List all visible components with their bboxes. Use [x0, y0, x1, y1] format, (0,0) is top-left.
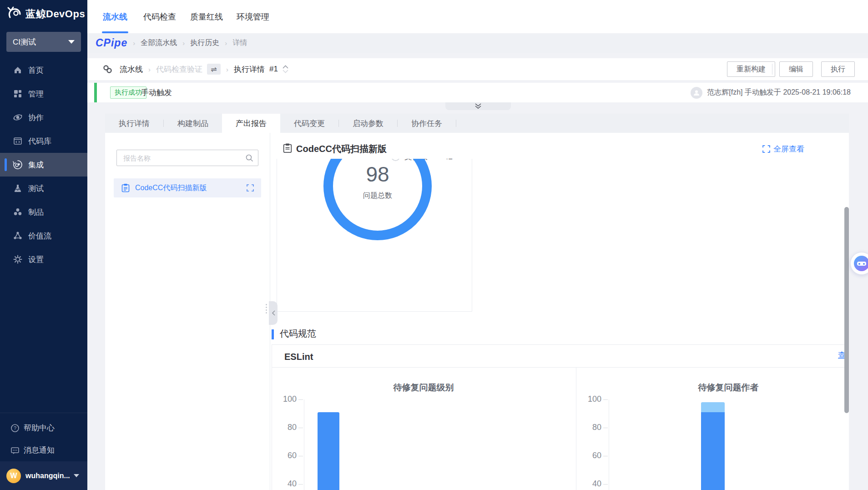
- sidebar-item-manage[interactable]: 管理: [0, 82, 87, 106]
- nav-tab-quality[interactable]: 质量红线: [190, 0, 223, 33]
- tab-exec-detail[interactable]: 执行详情: [105, 114, 163, 133]
- drag-handle-dots[interactable]: [266, 304, 267, 313]
- tab-separator: [456, 120, 456, 127]
- project-selector[interactable]: CI测试: [6, 32, 81, 52]
- sidebar-item-label: 消息通知: [24, 445, 55, 455]
- chart-plot-area: 100806040: [576, 399, 844, 490]
- pipeline-header: 流水线 › 代码检查验证 ⇌ › 执行详情 #1 重新构建 编辑 执行: [87, 58, 868, 80]
- chart-title: 待修复问题作者: [576, 382, 844, 394]
- execute-button[interactable]: 执行: [821, 61, 855, 77]
- status-accent-bar: [94, 83, 97, 102]
- switch-pipeline-icon[interactable]: ⇌: [207, 64, 221, 75]
- sidebar-item-test[interactable]: 测试: [0, 177, 87, 200]
- report-content[interactable]: 文件数 42 98 问题总数 代码规范 ESLint 查看 待修复问题级别 10…: [271, 159, 844, 490]
- integration-icon: [13, 160, 23, 170]
- crumb-exec-detail: 执行详情: [234, 64, 265, 75]
- breadcrumb-separator: ›: [182, 39, 185, 47]
- search-icon[interactable]: [245, 154, 253, 162]
- artifact-icon: [13, 207, 23, 217]
- sidebar-item-help[interactable]: ? 帮助中心: [0, 417, 87, 439]
- tab-build-artifacts[interactable]: 构建制品: [164, 114, 222, 133]
- page-gutter: [849, 114, 868, 490]
- chevron-down-icon: [68, 40, 75, 44]
- report-search-input[interactable]: [122, 154, 245, 162]
- home-icon: [13, 65, 23, 75]
- collapse-status-handle[interactable]: [445, 102, 511, 110]
- triggerer-avatar: [691, 87, 702, 99]
- crumb-pipelines[interactable]: 流水线: [120, 64, 143, 75]
- eslint-header-divider: [272, 367, 844, 368]
- tab-code-changes[interactable]: 代码变更: [280, 114, 338, 133]
- user-avatar: W: [6, 469, 21, 483]
- detail-tabbar: 执行详情 构建制品 产出报告 代码变更 启动参数 协作任务: [105, 114, 849, 133]
- sidebar-item-notifications[interactable]: 消息通知: [0, 439, 87, 461]
- app-window: 蓝鲸DevOps CI测试 首页 管理 协作: [0, 0, 868, 490]
- y-axis-line: [304, 399, 304, 490]
- breadcrumb-item-all-pipelines[interactable]: 全部流水线: [141, 38, 177, 48]
- nav-tab-pipeline[interactable]: 流水线: [103, 0, 127, 33]
- sidebar-item-label: 管理: [28, 89, 44, 99]
- cpipe-logo[interactable]: CPipe: [96, 37, 127, 49]
- sidebar-item-settings[interactable]: 设置: [0, 248, 87, 271]
- nav-tab-env[interactable]: 环境管理: [237, 0, 269, 33]
- whale-logo-icon: [6, 6, 22, 22]
- view-link[interactable]: 查看: [838, 351, 844, 359]
- sidebar-item-valuestream[interactable]: 价值流: [0, 224, 87, 248]
- trigger-meta: 范志辉[fzh] 手动触发于 2025-08-21 19:06:18: [707, 88, 851, 97]
- fullscreen-view-label: 全屏查看: [773, 144, 804, 154]
- build-number: #1: [269, 65, 278, 74]
- y-tick-mark: [603, 484, 608, 485]
- chart-plot-area: 100806040: [271, 399, 576, 490]
- sidebar-footer: ? 帮助中心 消息通知: [0, 413, 87, 461]
- brand-logo[interactable]: 蓝鲸DevOps: [6, 6, 85, 22]
- y-tick-mark: [298, 456, 303, 456]
- trigger-type: 手动触发: [141, 87, 172, 98]
- bar-chart-authors: 待修复问题作者 100806040: [576, 377, 844, 490]
- y-tick-label: 60: [576, 451, 601, 460]
- breadcrumb: CPipe › 全部流水线 › 执行历史 › 详情: [87, 33, 868, 53]
- sidebar-item-integration[interactable]: 集成: [0, 153, 87, 177]
- edit-button[interactable]: 编辑: [779, 61, 813, 77]
- bar-segment: [701, 412, 725, 490]
- robot-icon: [854, 256, 868, 271]
- sidebar-menu: 首页 管理 协作 代码库 集成: [0, 58, 87, 271]
- breadcrumb-item-history[interactable]: 执行历史: [190, 38, 219, 48]
- report-list-panel: CodeCC代码扫描新版: [105, 133, 270, 490]
- chevron-down-icon: [283, 70, 288, 73]
- report-search[interactable]: [116, 150, 258, 166]
- help-icon: ?: [10, 423, 20, 433]
- report-list-item-codecc[interactable]: CodeCC代码扫描新版: [114, 178, 261, 197]
- sidebar-item-label: 设置: [28, 254, 44, 265]
- fullscreen-icon[interactable]: [247, 184, 254, 192]
- fullscreen-view-link[interactable]: 全屏查看: [762, 144, 804, 154]
- user-name: wuhangqin...: [25, 472, 70, 480]
- collapse-panel-handle[interactable]: [269, 301, 278, 325]
- section-accent-bar: [272, 329, 274, 339]
- crumb-pipeline-name[interactable]: 代码检查验证: [156, 64, 202, 75]
- execution-status-bar: 执行成功 手动触发 范志辉[fzh] 手动触发于 2025-08-21 19:0…: [87, 83, 868, 102]
- tab-output-reports[interactable]: 产出报告: [222, 114, 280, 133]
- scrollbar-thumb[interactable]: [844, 207, 849, 413]
- nav-tab-codecheck[interactable]: 代码检查: [143, 0, 176, 33]
- y-tick-label: 40: [271, 479, 297, 489]
- y-tick-label: 60: [271, 451, 297, 460]
- breadcrumb-separator: ›: [226, 66, 228, 73]
- user-menu[interactable]: W wuhangqin...: [0, 461, 87, 490]
- tab-startup-params[interactable]: 启动参数: [339, 114, 397, 133]
- tab-collab-tasks[interactable]: 协作任务: [398, 114, 456, 133]
- build-switcher[interactable]: [283, 65, 288, 73]
- svg-text:?: ?: [14, 425, 16, 431]
- bar-chart-severity: 待修复问题级别 100806040: [271, 377, 576, 490]
- y-tick-mark: [603, 456, 608, 456]
- sidebar-item-repo[interactable]: 代码库: [0, 129, 87, 153]
- issue-total-card: 98 问题总数: [277, 159, 472, 312]
- sidebar-item-collab[interactable]: 协作: [0, 106, 87, 129]
- sidebar-item-home[interactable]: 首页: [0, 58, 87, 82]
- bar-segment: [701, 402, 725, 412]
- donut-label: 问题总数: [323, 191, 432, 201]
- report-icon: [283, 143, 292, 155]
- message-icon: [10, 445, 20, 455]
- rebuild-button[interactable]: 重新构建: [727, 61, 775, 77]
- sidebar-item-artifact[interactable]: 制品: [0, 200, 87, 224]
- sidebar-item-label: 协作: [28, 112, 44, 123]
